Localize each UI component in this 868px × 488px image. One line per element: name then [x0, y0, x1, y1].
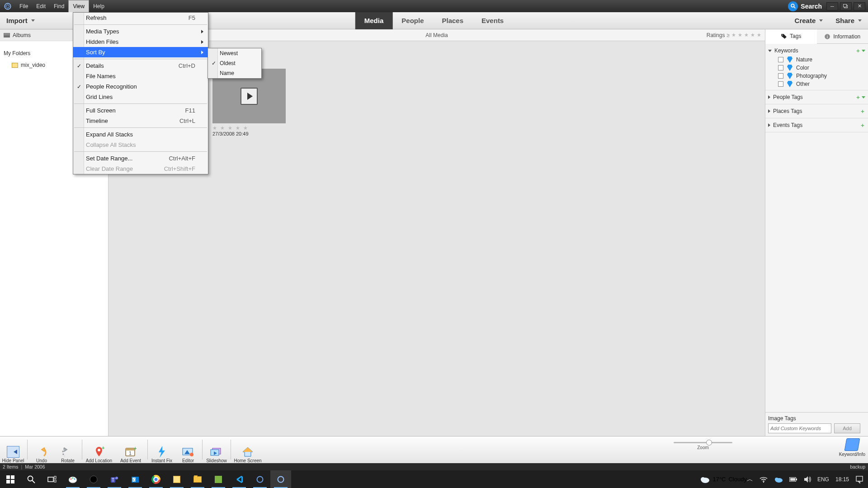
- star-icon[interactable]: ★: [744, 32, 749, 38]
- checkbox[interactable]: [778, 73, 783, 79]
- taskbar-app[interactable]: [166, 470, 187, 488]
- taskbar-app[interactable]: [83, 470, 104, 488]
- aperture-icon: [4, 2, 12, 10]
- tab-media[interactable]: Media: [355, 12, 393, 29]
- menu-view[interactable]: View: [68, 0, 89, 12]
- search-button[interactable]: Search: [788, 1, 822, 11]
- section-header-keywords[interactable]: Keywords ＋: [768, 46, 865, 56]
- home-screen-button[interactable]: Home Screen: [232, 437, 264, 463]
- add-people-tag-button[interactable]: ＋: [855, 94, 865, 101]
- taskbar-weather[interactable]: 17°C Cloudy: [700, 475, 747, 483]
- menu-details[interactable]: ✓ DetailsCtrl+D: [73, 61, 208, 71]
- taskbar-explorer[interactable]: [187, 470, 208, 488]
- checkbox[interactable]: [778, 57, 783, 62]
- notifications-icon[interactable]: [855, 475, 863, 483]
- tray-language[interactable]: ENG: [817, 476, 829, 483]
- add-keyword-confirm-button[interactable]: Add: [834, 423, 860, 433]
- sort-name[interactable]: Name: [208, 68, 261, 78]
- sort-newest[interactable]: Newest: [208, 48, 261, 58]
- rotate-button[interactable]: Rotate: [55, 437, 81, 463]
- menu-full-screen[interactable]: Full ScreenF11: [73, 105, 208, 116]
- taskbar-app[interactable]: [208, 470, 229, 488]
- taskbar-app[interactable]: [62, 470, 83, 488]
- keyword-info-toggle[interactable]: Keyword/Info: [839, 438, 865, 457]
- svg-point-1: [791, 4, 794, 7]
- star-icon[interactable]: ★: [738, 32, 742, 38]
- custom-keywords-input[interactable]: [768, 423, 831, 433]
- undo-button[interactable]: Undo: [28, 437, 55, 463]
- volume-icon[interactable]: [804, 476, 811, 483]
- zoom-slider[interactable]: Zoom: [674, 442, 732, 450]
- keyword-item[interactable]: Nature: [768, 56, 865, 64]
- tab-people[interactable]: People: [392, 12, 433, 29]
- taskbar-chrome[interactable]: [146, 470, 166, 488]
- tab-information[interactable]: Information: [817, 29, 868, 43]
- check-icon: ✓: [212, 60, 216, 66]
- menu-timeline[interactable]: TimelineCtrl+L: [73, 116, 208, 126]
- onedrive-icon[interactable]: [774, 476, 783, 483]
- star-icon[interactable]: ★: [750, 32, 755, 38]
- slider-thumb[interactable]: [706, 440, 712, 446]
- menu-people-recognition[interactable]: ✓ People Recognition: [73, 81, 208, 92]
- task-view[interactable]: [42, 470, 62, 488]
- battery-icon[interactable]: [789, 476, 797, 483]
- rotate-icon: [61, 446, 74, 457]
- minimize-button[interactable]: ─: [826, 2, 838, 10]
- hide-panel-button[interactable]: Hide Panel: [0, 437, 26, 463]
- keyword-item[interactable]: Photography: [768, 72, 865, 80]
- taskbar-outlook[interactable]: O: [125, 470, 146, 488]
- share-button[interactable]: Share: [829, 17, 868, 24]
- albums-label[interactable]: Albums: [13, 32, 31, 38]
- svg-text:1: 1: [129, 450, 132, 456]
- tab-places[interactable]: Places: [433, 12, 472, 29]
- slideshow-button[interactable]: Slideshow: [203, 437, 230, 463]
- taskbar-app[interactable]: [250, 470, 270, 488]
- section-header-places[interactable]: Places Tags ＋: [768, 106, 865, 116]
- tab-tags[interactable]: Tags: [765, 29, 817, 44]
- menu-media-types[interactable]: Media Types: [73, 26, 208, 37]
- create-button[interactable]: Create: [788, 17, 830, 24]
- menu-help[interactable]: Help: [89, 0, 108, 12]
- checkbox[interactable]: [778, 81, 783, 87]
- start-button[interactable]: [0, 470, 21, 488]
- menu-hidden-files[interactable]: Hidden Files: [73, 37, 208, 47]
- keyword-item[interactable]: Other: [768, 80, 865, 88]
- menu-grid-lines[interactable]: Grid Lines: [73, 92, 208, 102]
- tab-events[interactable]: Events: [472, 12, 513, 29]
- sort-oldest[interactable]: ✓ Oldest: [208, 58, 261, 68]
- taskbar-search[interactable]: [21, 470, 42, 488]
- star-icon[interactable]: ★: [731, 32, 736, 38]
- instant-fix-button[interactable]: Instant Fix: [149, 437, 175, 463]
- add-event-button[interactable]: 1+ Add Event: [115, 437, 146, 463]
- restore-button[interactable]: [840, 2, 852, 10]
- editor-button[interactable]: Editor: [175, 437, 201, 463]
- taskbar-app-active[interactable]: [270, 470, 291, 488]
- menu-set-date-range[interactable]: Set Date Range...Ctrl+Alt+F: [73, 153, 208, 164]
- menu-file[interactable]: File: [15, 0, 32, 12]
- taskbar-teams[interactable]: T: [104, 470, 125, 488]
- menu-find[interactable]: Find: [50, 0, 68, 12]
- tray-clock[interactable]: 18:15: [835, 476, 849, 483]
- menu-expand-stacks[interactable]: Expand All Stacks: [73, 129, 208, 140]
- checkbox[interactable]: [778, 65, 783, 70]
- keyword-item[interactable]: Color: [768, 64, 865, 72]
- add-location-button[interactable]: + Add Location: [83, 437, 115, 463]
- menu-sort-by[interactable]: Sort By: [73, 47, 208, 57]
- star-icon[interactable]: ★: [757, 32, 761, 38]
- sort-by-submenu: Newest ✓ Oldest Name: [208, 48, 262, 79]
- import-button[interactable]: Import: [0, 17, 41, 24]
- rating-stars[interactable]: ★ ★ ★ ★ ★: [212, 125, 249, 131]
- close-button[interactable]: ✕: [854, 2, 865, 10]
- tray-chevron-icon[interactable]: ︿: [747, 475, 753, 483]
- taskbar-vscode[interactable]: [229, 470, 250, 488]
- menu-edit[interactable]: Edit: [32, 0, 50, 12]
- ratings-filter[interactable]: Ratings ≥ ★ ★ ★ ★ ★: [707, 32, 761, 38]
- add-events-tag-button[interactable]: ＋: [860, 122, 865, 129]
- menu-refresh[interactable]: RefreshF5: [73, 13, 208, 23]
- wifi-icon[interactable]: [760, 476, 768, 483]
- add-keyword-button[interactable]: ＋: [855, 47, 865, 55]
- menu-file-names[interactable]: File Names: [73, 71, 208, 81]
- section-header-people[interactable]: People Tags ＋: [768, 92, 865, 102]
- section-header-events[interactable]: Events Tags ＋: [768, 120, 865, 130]
- add-places-tag-button[interactable]: ＋: [860, 108, 865, 115]
